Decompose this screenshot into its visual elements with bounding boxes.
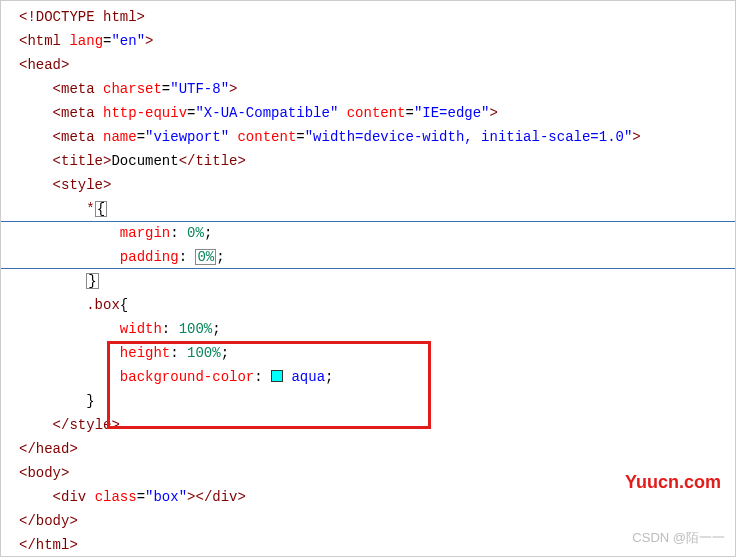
attr-value: "IE=edge" [414, 105, 490, 121]
tag-name: div [212, 489, 237, 505]
brace-close-matched: } [86, 273, 98, 289]
css-prop: width [120, 321, 162, 337]
code-line[interactable]: <!DOCTYPE html> [19, 5, 735, 29]
attr-value: "box" [145, 489, 187, 505]
tag-name: title [195, 153, 237, 169]
css-value: 100% [179, 321, 213, 337]
tag-name: body [36, 513, 70, 529]
attr-name: class [95, 489, 137, 505]
attr-value: "viewport" [145, 129, 229, 145]
code-line[interactable]: padding: 0%; [19, 245, 735, 269]
color-swatch-icon[interactable] [271, 370, 283, 382]
code-line[interactable]: </style> [19, 413, 735, 437]
tag-name: style [69, 417, 111, 433]
code-line[interactable]: </html> [19, 533, 735, 557]
watermark-author: CSDN @陌一一 [632, 526, 725, 550]
css-selector: * [86, 201, 94, 217]
code-line[interactable]: <meta http-equiv="X-UA-Compatible" conte… [19, 101, 735, 125]
tag-name: div [61, 489, 86, 505]
attr-value: "en" [111, 33, 145, 49]
css-prop: background-color [120, 369, 254, 385]
tag-name: body [27, 465, 61, 481]
tag-name: head [36, 441, 70, 457]
tag-name: html [36, 537, 70, 553]
css-prop: height [120, 345, 170, 361]
attr-value: "X-UA-Compatible" [195, 105, 338, 121]
code-line[interactable]: <head> [19, 53, 735, 77]
code-line[interactable]: </head> [19, 437, 735, 461]
attr-name: content [347, 105, 406, 121]
cursor-position: 0% [195, 249, 216, 265]
attr-name: charset [103, 81, 162, 97]
title-text: Document [111, 153, 178, 169]
code-line[interactable]: } [19, 269, 735, 293]
watermark-site: Yuucn.com [625, 470, 721, 494]
attr-name: http-equiv [103, 105, 187, 121]
code-line[interactable]: <title>Document</title> [19, 149, 735, 173]
code-line[interactable]: <html lang="en"> [19, 29, 735, 53]
code-line[interactable]: margin: 0%; [19, 221, 735, 245]
css-value: 0% [197, 249, 214, 265]
attr-value: "width=device-width, initial-scale=1.0" [305, 129, 633, 145]
code-line[interactable]: } [19, 389, 735, 413]
css-value: 0% [187, 225, 204, 241]
attr-name: content [237, 129, 296, 145]
css-prop: margin [120, 225, 170, 241]
attr-name: lang [69, 33, 103, 49]
code-line[interactable]: <style> [19, 173, 735, 197]
code-line[interactable]: height: 100%; [19, 341, 735, 365]
tag-name: title [61, 153, 103, 169]
tag-name: style [61, 177, 103, 193]
code-line[interactable]: .box{ [19, 293, 735, 317]
code-line[interactable]: </body> [19, 509, 735, 533]
doctype-tag: <!DOCTYPE html> [19, 9, 145, 25]
css-value: 100% [187, 345, 221, 361]
code-line[interactable]: <meta name="viewport" content="width=dev… [19, 125, 735, 149]
attr-name: name [103, 129, 137, 145]
css-selector: .box [86, 297, 120, 313]
code-line[interactable]: <meta charset="UTF-8"> [19, 77, 735, 101]
attr-value: "UTF-8" [170, 81, 229, 97]
code-line[interactable]: *{ [19, 197, 735, 221]
css-prop: padding [120, 249, 179, 265]
tag-name: html [27, 33, 61, 49]
code-line[interactable]: background-color: aqua; [19, 365, 735, 389]
code-line[interactable]: width: 100%; [19, 317, 735, 341]
tag-name: head [27, 57, 61, 73]
brace-open-matched: { [95, 201, 107, 217]
css-value: aqua [291, 369, 325, 385]
